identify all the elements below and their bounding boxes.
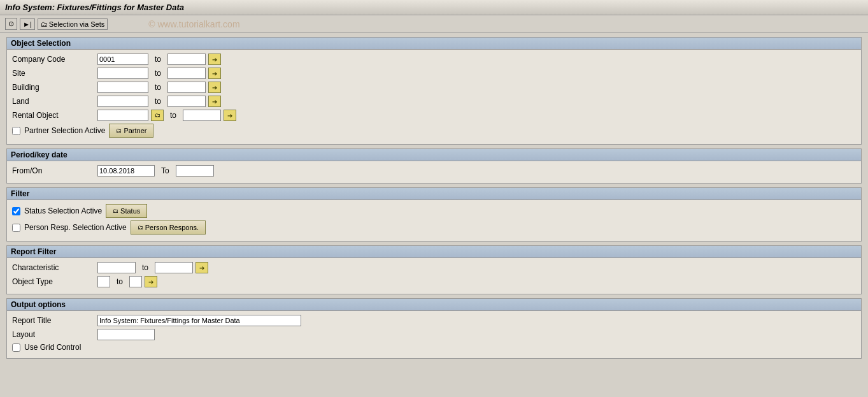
person-checkbox-row: Person Resp. Selection Active 🗂 Person R… — [12, 220, 856, 235]
site-to-label: to — [155, 69, 161, 78]
status-btn-select-icon: 🗂 — [113, 208, 118, 214]
characteristic-arrow-btn[interactable]: ➔ — [196, 262, 208, 273]
site-arrow-icon: ➔ — [212, 70, 217, 77]
company-code-to-label: to — [155, 55, 161, 64]
object-type-from-input[interactable] — [97, 276, 110, 287]
land-to-input[interactable] — [167, 96, 206, 107]
report-title-label: Report Title — [12, 316, 95, 325]
filter-header: Filter — [7, 188, 861, 200]
output-options-body: Report Title Layout Use Grid Control — [7, 311, 861, 358]
back-button[interactable]: ⊙ — [5, 18, 17, 30]
company-code-from-input[interactable] — [97, 54, 148, 65]
land-label: Land — [12, 97, 95, 106]
object-type-arrow-btn[interactable]: ➔ — [145, 276, 157, 287]
building-to-label: to — [155, 83, 161, 92]
building-from-input[interactable] — [97, 82, 148, 93]
land-to-label: to — [155, 97, 161, 106]
output-options-header: Output options — [7, 299, 861, 311]
rental-object-label: Rental Object — [12, 111, 95, 120]
report-title-input[interactable] — [97, 315, 301, 326]
status-selection-checkbox[interactable] — [12, 207, 20, 215]
partner-btn-select-icon: 🗂 — [116, 127, 122, 134]
rental-object-arrow-btn[interactable]: ➔ — [224, 110, 236, 121]
grid-checkbox-row: Use Grid Control — [12, 343, 856, 352]
land-from-input[interactable] — [97, 96, 148, 107]
person-button[interactable]: 🗂 Person Respons. — [131, 220, 206, 235]
rental-object-to-label: to — [170, 111, 176, 120]
selection-sets-icon: 🗂 — [41, 20, 48, 28]
layout-row: Layout — [12, 329, 856, 340]
status-checkbox-row: Status Selection Active 🗂 Status — [12, 204, 856, 218]
output-options-section: Output options Report Title Layout Use G… — [6, 298, 862, 359]
period-row: From/On To — [12, 165, 856, 177]
report-title-row: Report Title — [12, 315, 856, 326]
characteristic-label: Characteristic — [12, 263, 95, 272]
company-code-to-input[interactable] — [167, 54, 206, 65]
from-on-input[interactable] — [97, 165, 155, 177]
forward-button[interactable]: ►| — [20, 18, 35, 30]
company-code-label: Company Code — [12, 55, 95, 64]
partner-checkbox-row: Partner Selection Active 🗂 Partner — [12, 124, 856, 138]
layout-label: Layout — [12, 330, 95, 339]
site-from-input[interactable] — [97, 68, 148, 79]
partner-button[interactable]: 🗂 Partner — [109, 124, 153, 138]
toolbar: ⊙ ►| 🗂 Selection via Sets © www.tutorial… — [0, 15, 868, 33]
period-to-input[interactable] — [176, 165, 214, 177]
report-filter-section: Report Filter Characteristic to ➔ Object… — [6, 245, 862, 294]
title-bar: Info System: Fixtures/Fittings for Maste… — [0, 0, 868, 15]
company-code-arrow-btn[interactable]: ➔ — [208, 54, 221, 65]
building-label: Building — [12, 83, 95, 92]
land-row: Land to ➔ — [12, 96, 856, 107]
characteristic-arrow-icon: ➔ — [199, 264, 204, 271]
characteristic-to-label: to — [142, 263, 148, 272]
object-type-to-label: to — [117, 277, 123, 286]
use-grid-label: Use Grid Control — [24, 343, 81, 352]
land-arrow-icon: ➔ — [212, 98, 217, 105]
site-to-input[interactable] — [167, 68, 206, 79]
object-selection-header: Object Selection — [7, 38, 861, 50]
rental-object-select-btn[interactable]: 🗂 — [151, 110, 164, 121]
rental-object-from-input[interactable] — [97, 110, 148, 121]
layout-input[interactable] — [97, 329, 155, 340]
building-arrow-btn[interactable]: ➔ — [208, 82, 221, 93]
person-btn-select-icon: 🗂 — [138, 224, 143, 231]
rental-object-row: Rental Object 🗂 to ➔ — [12, 110, 856, 121]
site-arrow-btn[interactable]: ➔ — [208, 68, 221, 79]
main-content: Object Selection Company Code to ➔ Site … — [0, 33, 868, 366]
object-selection-section: Object Selection Company Code to ➔ Site … — [6, 37, 862, 145]
company-code-row: Company Code to ➔ — [12, 54, 856, 65]
report-filter-body: Characteristic to ➔ Object Type to ➔ — [7, 258, 861, 294]
period-to-label: To — [161, 166, 169, 175]
status-selection-label: Status Selection Active — [24, 206, 102, 215]
filter-section: Filter Status Selection Active 🗂 Status … — [6, 187, 862, 242]
use-grid-checkbox[interactable] — [12, 343, 20, 352]
rental-object-to-input[interactable] — [183, 110, 221, 121]
period-header: Period/key date — [7, 149, 861, 161]
filter-body: Status Selection Active 🗂 Status Person … — [7, 200, 861, 241]
page-title: Info System: Fixtures/Fittings for Maste… — [5, 3, 184, 12]
status-button[interactable]: 🗂 Status — [106, 204, 147, 218]
period-section: Period/key date From/On To — [6, 148, 862, 184]
building-row: Building to ➔ — [12, 82, 856, 93]
partner-selection-checkbox[interactable] — [12, 127, 20, 135]
building-arrow-icon: ➔ — [212, 84, 217, 91]
object-type-label: Object Type — [12, 277, 95, 286]
object-selection-body: Company Code to ➔ Site to ➔ Buil — [7, 50, 861, 144]
land-arrow-btn[interactable]: ➔ — [208, 96, 221, 107]
characteristic-from-input[interactable] — [97, 262, 136, 273]
person-selection-checkbox[interactable] — [12, 224, 20, 232]
site-label: Site — [12, 69, 95, 78]
partner-selection-label: Partner Selection Active — [24, 126, 105, 135]
characteristic-to-input[interactable] — [155, 262, 193, 273]
rental-object-select-icon: 🗂 — [155, 112, 160, 119]
object-type-row: Object Type to ➔ — [12, 276, 856, 287]
object-type-to-input[interactable] — [129, 276, 142, 287]
person-selection-label: Person Resp. Selection Active — [24, 223, 127, 232]
building-to-input[interactable] — [167, 82, 206, 93]
period-body: From/On To — [7, 161, 861, 183]
watermark: © www.tutorialkart.com — [148, 19, 239, 29]
characteristic-row: Characteristic to ➔ — [12, 262, 856, 273]
site-row: Site to ➔ — [12, 68, 856, 79]
object-type-arrow-icon: ➔ — [148, 278, 153, 285]
selection-sets-button[interactable]: 🗂 Selection via Sets — [38, 18, 108, 30]
